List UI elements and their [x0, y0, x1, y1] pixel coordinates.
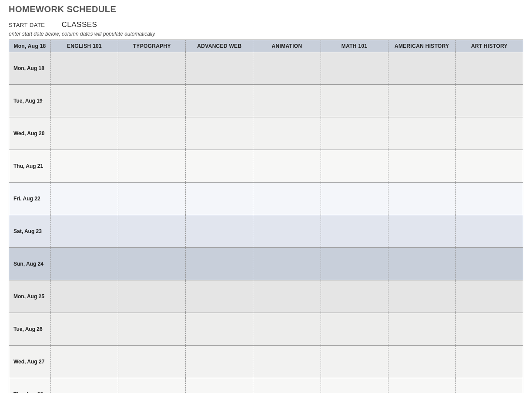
schedule-cell[interactable]	[321, 215, 388, 248]
schedule-cell[interactable]	[388, 313, 455, 346]
schedule-cell[interactable]	[118, 378, 186, 393]
schedule-cell[interactable]	[186, 215, 253, 248]
schedule-cell[interactable]	[321, 313, 388, 346]
schedule-cell[interactable]	[186, 85, 253, 117]
schedule-cell[interactable]	[186, 313, 253, 346]
schedule-cell[interactable]	[186, 280, 253, 313]
schedule-cell[interactable]	[118, 117, 186, 150]
header-class-col: AMERICAN HISTORY	[388, 40, 455, 52]
table-row: Wed, Aug 27	[9, 346, 523, 378]
schedule-cell[interactable]	[51, 117, 118, 150]
schedule-cell[interactable]	[186, 378, 253, 393]
date-cell[interactable]: Thu, Aug 28	[9, 378, 51, 393]
schedule-cell[interactable]	[455, 280, 523, 313]
schedule-cell[interactable]	[51, 313, 118, 346]
schedule-cell[interactable]	[455, 215, 523, 248]
schedule-cell[interactable]	[253, 85, 321, 117]
schedule-cell[interactable]	[253, 52, 321, 85]
schedule-cell[interactable]	[455, 52, 523, 85]
schedule-cell[interactable]	[51, 52, 118, 85]
date-cell[interactable]: Mon, Aug 18	[9, 52, 51, 85]
schedule-cell[interactable]	[388, 346, 455, 378]
table-row: Thu, Aug 28	[9, 378, 523, 393]
schedule-cell[interactable]	[388, 215, 455, 248]
schedule-cell[interactable]	[455, 378, 523, 393]
schedule-cell[interactable]	[253, 378, 321, 393]
schedule-cell[interactable]	[388, 183, 455, 215]
schedule-cell[interactable]	[118, 280, 186, 313]
date-cell[interactable]: Tue, Aug 26	[9, 313, 51, 346]
header-class-col: ART HISTORY	[455, 40, 523, 52]
table-row: Wed, Aug 20	[9, 117, 523, 150]
schedule-cell[interactable]	[118, 85, 186, 117]
schedule-cell[interactable]	[455, 85, 523, 117]
schedule-cell[interactable]	[388, 117, 455, 150]
date-cell[interactable]: Sun, Aug 24	[9, 248, 51, 280]
schedule-cell[interactable]	[51, 183, 118, 215]
schedule-cell[interactable]	[455, 150, 523, 183]
schedule-cell[interactable]	[388, 85, 455, 117]
schedule-cell[interactable]	[388, 150, 455, 183]
schedule-cell[interactable]	[51, 215, 118, 248]
schedule-cell[interactable]	[455, 183, 523, 215]
schedule-cell[interactable]	[253, 183, 321, 215]
schedule-cell[interactable]	[253, 346, 321, 378]
header-class-col: ANIMATION	[253, 40, 321, 52]
schedule-cell[interactable]	[186, 346, 253, 378]
start-date-label: START DATE	[9, 22, 45, 28]
schedule-cell[interactable]	[118, 215, 186, 248]
schedule-cell[interactable]	[253, 150, 321, 183]
schedule-cell[interactable]	[51, 150, 118, 183]
schedule-cell[interactable]	[253, 117, 321, 150]
schedule-cell[interactable]	[51, 280, 118, 313]
schedule-cell[interactable]	[321, 52, 388, 85]
schedule-cell[interactable]	[253, 313, 321, 346]
schedule-cell[interactable]	[51, 248, 118, 280]
schedule-cell[interactable]	[321, 117, 388, 150]
schedule-cell[interactable]	[118, 313, 186, 346]
header-class-col: ENGLISH 101	[51, 40, 118, 52]
schedule-cell[interactable]	[51, 85, 118, 117]
date-cell[interactable]: Wed, Aug 20	[9, 117, 51, 150]
page-title: HOMEWORK SCHEDULE	[9, 4, 523, 14]
schedule-cell[interactable]	[118, 248, 186, 280]
schedule-cell[interactable]	[321, 378, 388, 393]
table-row: Tue, Aug 19	[9, 85, 523, 117]
subheader: START DATE CLASSES	[9, 20, 523, 29]
schedule-cell[interactable]	[321, 150, 388, 183]
schedule-cell[interactable]	[455, 346, 523, 378]
schedule-cell[interactable]	[455, 117, 523, 150]
date-cell[interactable]: Sat, Aug 23	[9, 215, 51, 248]
schedule-cell[interactable]	[321, 85, 388, 117]
schedule-cell[interactable]	[253, 248, 321, 280]
schedule-cell[interactable]	[321, 183, 388, 215]
schedule-cell[interactable]	[118, 52, 186, 85]
schedule-cell[interactable]	[321, 248, 388, 280]
schedule-cell[interactable]	[455, 248, 523, 280]
schedule-cell[interactable]	[321, 280, 388, 313]
header-date-col[interactable]: Mon, Aug 18	[9, 40, 51, 52]
schedule-cell[interactable]	[321, 346, 388, 378]
date-cell[interactable]: Mon, Aug 25	[9, 280, 51, 313]
schedule-cell[interactable]	[253, 280, 321, 313]
schedule-cell[interactable]	[118, 346, 186, 378]
schedule-cell[interactable]	[186, 183, 253, 215]
schedule-cell[interactable]	[186, 150, 253, 183]
schedule-cell[interactable]	[118, 183, 186, 215]
schedule-cell[interactable]	[51, 346, 118, 378]
date-cell[interactable]: Wed, Aug 27	[9, 346, 51, 378]
schedule-cell[interactable]	[388, 280, 455, 313]
schedule-cell[interactable]	[186, 117, 253, 150]
schedule-cell[interactable]	[51, 378, 118, 393]
date-cell[interactable]: Fri, Aug 22	[9, 183, 51, 215]
schedule-cell[interactable]	[118, 150, 186, 183]
schedule-cell[interactable]	[388, 378, 455, 393]
schedule-cell[interactable]	[388, 248, 455, 280]
date-cell[interactable]: Thu, Aug 21	[9, 150, 51, 183]
date-cell[interactable]: Tue, Aug 19	[9, 85, 51, 117]
schedule-cell[interactable]	[455, 313, 523, 346]
schedule-cell[interactable]	[388, 52, 455, 85]
schedule-cell[interactable]	[186, 248, 253, 280]
schedule-cell[interactable]	[253, 215, 321, 248]
schedule-cell[interactable]	[186, 52, 253, 85]
